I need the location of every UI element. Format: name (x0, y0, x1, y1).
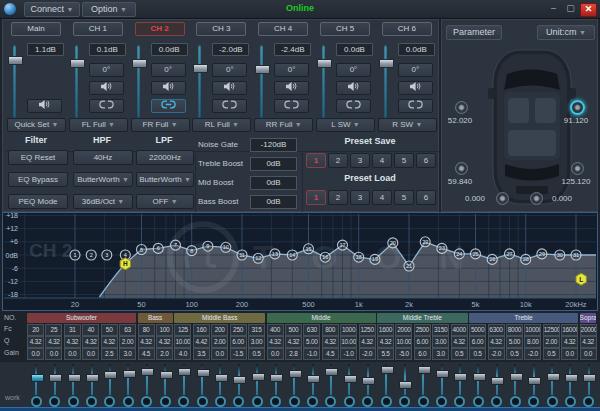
band-23-q-cell[interactable]: 3.00 (432, 336, 449, 348)
band-slider-handle[interactable] (141, 368, 154, 376)
band-enable-dot[interactable] (252, 396, 263, 407)
preset-load-slot-3[interactable]: 3 (350, 190, 370, 205)
link-button[interactable] (398, 99, 433, 113)
band-slider-handle[interactable] (454, 373, 467, 381)
eq-band-marker-12[interactable]: 12 (253, 253, 263, 263)
peq-mode-button[interactable]: PEQ Mode (8, 194, 68, 209)
channel-fader-track[interactable] (75, 45, 78, 119)
band-slider-track[interactable] (404, 364, 406, 395)
link-button[interactable] (212, 99, 247, 113)
eq-band-marker-6[interactable]: 6 (153, 243, 163, 253)
band-enable-dot[interactable] (528, 396, 539, 407)
band-8-q-cell[interactable]: 4.32 (156, 336, 173, 348)
channel-tab[interactable]: CH 4 (258, 22, 308, 36)
band-31-fc-cell[interactable]: 20000 (580, 324, 597, 336)
eq-band-marker-25[interactable]: 25 (471, 249, 481, 259)
band-slider-handle[interactable] (307, 375, 320, 383)
speaker-sub-left[interactable] (496, 192, 509, 205)
band-1-gain-cell[interactable]: 0.0 (27, 348, 44, 360)
band-slider-handle[interactable] (583, 374, 596, 382)
band-16-gain-cell[interactable]: -1.0 (303, 348, 320, 360)
band-26-gain-cell[interactable]: -2.0 (488, 348, 505, 360)
channel-fader-handle[interactable] (379, 59, 394, 68)
eq-band-marker-29[interactable]: 29 (537, 249, 547, 259)
preset-save-slot-1[interactable]: 1 (306, 153, 326, 168)
band-slider-track[interactable] (441, 364, 443, 395)
eq-band-marker-3[interactable]: 3 (102, 250, 112, 260)
band-12-fc-cell[interactable]: 250 (230, 324, 247, 336)
phase-button[interactable]: 0° (274, 63, 309, 77)
eq-band-marker-8[interactable]: 8 (187, 246, 197, 256)
band-9-q-cell[interactable]: 10.00 (174, 336, 191, 348)
band-17-q-cell[interactable]: 4.32 (322, 336, 339, 348)
band-enable-dot[interactable] (123, 396, 134, 407)
band-enable-dot[interactable] (307, 396, 318, 407)
channel-tab[interactable]: CH 1 (73, 22, 123, 36)
mute-button[interactable] (398, 81, 433, 95)
band-4-q-cell[interactable]: 4.32 (82, 336, 99, 348)
eq-band-marker-22[interactable]: 22 (420, 237, 430, 247)
eq-band-marker-13[interactable]: 13 (270, 249, 280, 259)
link-button[interactable] (336, 99, 371, 113)
speaker-front-right[interactable] (570, 100, 585, 115)
noise-gate-value[interactable]: -120dB (250, 138, 297, 152)
band-16-fc-cell[interactable]: 630 (303, 324, 320, 336)
band-slider-handle[interactable] (381, 366, 394, 374)
channel-gain-value[interactable]: -2.4dB (274, 43, 311, 56)
band-27-q-cell[interactable]: 5.00 (506, 336, 523, 348)
eq-band-marker-17[interactable]: 17 (338, 240, 348, 250)
band-15-gain-cell[interactable]: 2.8 (285, 348, 302, 360)
eq-band-marker-30[interactable]: 30 (555, 250, 565, 260)
band-enable-dot[interactable] (454, 396, 465, 407)
preset-load-slot-5[interactable]: 5 (394, 190, 414, 205)
preset-save-slot-5[interactable]: 5 (394, 153, 414, 168)
band-2-q-cell[interactable]: 4.32 (45, 336, 62, 348)
band-slider-track[interactable] (109, 364, 111, 395)
band-enable-dot[interactable] (362, 396, 373, 407)
band-4-gain-cell[interactable]: 0.0 (82, 348, 99, 360)
band-18-fc-cell[interactable]: 1000 (340, 324, 357, 336)
eq-band-marker-18[interactable]: 18 (354, 252, 364, 262)
band-slider-handle[interactable] (160, 371, 173, 379)
channel-output-select[interactable]: RR Full ▼ (254, 118, 313, 132)
band-16-q-cell[interactable]: 5.00 (303, 336, 320, 348)
band-19-gain-cell[interactable]: -2.0 (359, 348, 376, 360)
hpf-frequency[interactable]: 40Hz (73, 150, 133, 165)
mute-button[interactable] (336, 81, 371, 95)
preset-load-slot-2[interactable]: 2 (328, 190, 348, 205)
band-31-gain-cell[interactable]: 0.0 (580, 348, 597, 360)
maximize-button[interactable]: ▢ (563, 3, 578, 15)
band-24-q-cell[interactable]: 4.32 (451, 336, 468, 348)
band-7-gain-cell[interactable]: 4.5 (138, 348, 155, 360)
band-31-q-cell[interactable]: 4.32 (580, 336, 597, 348)
band-20-gain-cell[interactable]: 5.5 (377, 348, 394, 360)
band-5-fc-cell[interactable]: 50 (101, 324, 118, 336)
band-20-fc-cell[interactable]: 1600 (377, 324, 394, 336)
band-22-q-cell[interactable]: 6.00 (414, 336, 431, 348)
band-enable-dot[interactable] (289, 396, 300, 407)
mute-button[interactable] (212, 81, 247, 95)
channel-output-select[interactable]: RL Full ▼ (192, 118, 251, 132)
band-enable-dot[interactable] (233, 396, 244, 407)
band-enable-dot[interactable] (49, 396, 60, 407)
mute-button[interactable] (151, 81, 186, 95)
speaker-rear-left[interactable] (455, 162, 468, 175)
preset-load-slot-6[interactable]: 6 (416, 190, 436, 205)
eq-band-marker-10[interactable]: 10 (221, 242, 231, 252)
band-30-gain-cell[interactable]: 0.0 (561, 348, 578, 360)
band-slider-handle[interactable] (49, 374, 62, 382)
eq-band-marker-31[interactable]: 31 (571, 250, 581, 260)
eq-band-marker-26[interactable]: 26 (487, 254, 497, 264)
channel-fader-track[interactable] (137, 45, 140, 119)
band-23-gain-cell[interactable]: 3.0 (432, 348, 449, 360)
band-enable-dot[interactable] (491, 396, 502, 407)
channel-gain-value[interactable]: 1.1dB (27, 43, 64, 56)
band-17-gain-cell[interactable]: 4.5 (322, 348, 339, 360)
channel-fader-handle[interactable] (70, 59, 85, 68)
band-13-fc-cell[interactable]: 315 (248, 324, 265, 336)
band-25-fc-cell[interactable]: 5000 (469, 324, 486, 336)
channel-fader-handle[interactable] (317, 59, 332, 68)
mute-button[interactable] (274, 81, 309, 95)
lpf-handle[interactable]: L (576, 273, 586, 285)
eq-band-marker-5[interactable]: 5 (137, 245, 147, 255)
